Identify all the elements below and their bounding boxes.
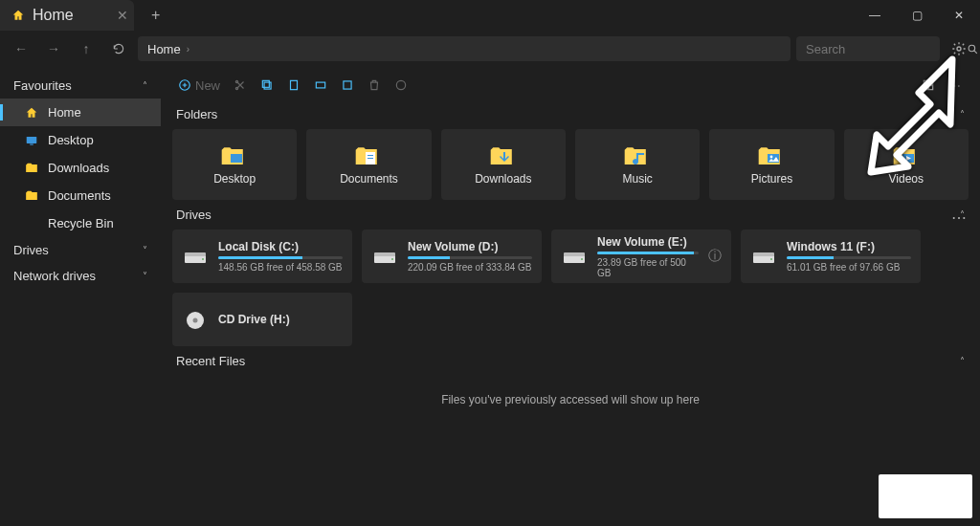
- drive-card[interactable]: Windows 11 (F:)61.01 GB free of 97.66 GB: [741, 230, 921, 283]
- home-icon: [25, 106, 38, 120]
- titlebar: Home ✕ + — ▢ ✕: [0, 0, 980, 31]
- folder-label: Documents: [340, 172, 398, 186]
- drive-icon: [561, 247, 588, 266]
- desktop-icon: [25, 134, 38, 147]
- section-head-drives[interactable]: Drives ˄: [172, 200, 969, 230]
- drive-free-text: 220.09 GB free of 333.84 GB: [408, 262, 532, 273]
- svg-rect-3: [27, 136, 37, 142]
- svg-rect-8: [264, 82, 271, 89]
- section-head-recent[interactable]: Recent Files ˄: [172, 346, 969, 376]
- new-label: New: [195, 78, 220, 93]
- chevron-up-icon: ˄: [960, 109, 965, 120]
- folder-card-documents[interactable]: Documents: [306, 129, 431, 200]
- drives-grid: ⋯ Local Disk (C:)148.56 GB free of 458.5…: [172, 230, 969, 346]
- drives-label: Drives: [13, 243, 49, 257]
- drive-card[interactable]: CD Drive (H:): [172, 293, 352, 346]
- rename-button[interactable]: [314, 78, 327, 92]
- search-input[interactable]: [806, 42, 967, 56]
- documents-icon: [25, 189, 38, 203]
- minimize-button[interactable]: —: [854, 0, 896, 31]
- paste-button[interactable]: [287, 78, 301, 92]
- folder-card-music[interactable]: Music: [575, 129, 700, 200]
- folder-icon: [892, 143, 921, 166]
- section-head-folders[interactable]: Folders ˄: [172, 99, 969, 129]
- svg-rect-12: [344, 81, 351, 89]
- svg-rect-21: [368, 158, 373, 159]
- svg-point-27: [202, 258, 204, 260]
- svg-rect-26: [185, 252, 206, 256]
- home-icon: [11, 9, 25, 22]
- up-button[interactable]: ↑: [73, 35, 100, 62]
- folder-icon: [220, 143, 249, 166]
- svg-rect-4: [30, 143, 33, 144]
- sidebar-item-label: Desktop: [48, 133, 94, 147]
- sidebar-section-drives[interactable]: Drives ˅: [0, 237, 161, 263]
- folder-card-downloads[interactable]: Downloads: [441, 129, 566, 200]
- folders-grid: DesktopDocumentsDownloadsMusicPicturesVi…: [172, 129, 969, 200]
- content: New ⋯ Folders ˄ DesktopDocumentsDownload…: [161, 67, 980, 526]
- breadcrumb[interactable]: Home ›: [138, 36, 791, 61]
- drive-card[interactable]: New Volume (D:)220.09 GB free of 333.84 …: [362, 230, 542, 283]
- section-label: Recent Files: [176, 354, 245, 368]
- tab-close-icon[interactable]: ✕: [117, 8, 128, 23]
- folder-card-pictures[interactable]: Pictures: [709, 129, 834, 200]
- sidebar-section-network[interactable]: Network drives ˅: [0, 263, 161, 289]
- properties-button[interactable]: [394, 78, 408, 92]
- folder-card-videos[interactable]: Videos: [844, 129, 969, 200]
- svg-point-30: [391, 258, 393, 260]
- svg-rect-20: [368, 155, 373, 156]
- copy-button[interactable]: [260, 78, 274, 92]
- new-button[interactable]: New: [178, 78, 220, 93]
- sidebar-item-downloads[interactable]: Downloads: [0, 154, 161, 182]
- folder-card-desktop[interactable]: Desktop: [172, 129, 297, 200]
- drive-usage-bar: [218, 256, 343, 259]
- drives-more-button[interactable]: ⋯: [951, 208, 969, 227]
- more-button[interactable]: ⋯: [948, 78, 963, 93]
- layout-button[interactable]: [922, 78, 935, 92]
- toolbar: New ⋯: [172, 71, 969, 99]
- sidebar-section-favourites[interactable]: Favourites ˄: [0, 73, 161, 99]
- downloads-icon: [25, 162, 38, 175]
- new-tab-button[interactable]: +: [144, 3, 167, 28]
- chevron-down-icon: ˅: [143, 245, 147, 255]
- drive-icon: [182, 247, 209, 266]
- info-icon[interactable]: ⓘ: [708, 248, 722, 265]
- sidebar-item-desktop[interactable]: Desktop: [0, 126, 161, 154]
- sidebar-item-documents[interactable]: Documents: [0, 182, 161, 209]
- favourites-label: Favourites: [13, 78, 72, 93]
- drive-usage-bar: [597, 252, 699, 254]
- drive-icon: [750, 247, 777, 266]
- folder-label: Downloads: [475, 172, 531, 186]
- cut-button[interactable]: [234, 78, 247, 92]
- navbar: ← → ↑ Home ›: [0, 31, 980, 67]
- chevron-down-icon: ˅: [143, 271, 147, 281]
- svg-point-23: [770, 156, 773, 159]
- maximize-button[interactable]: ▢: [896, 0, 938, 31]
- drive-name: CD Drive (H:): [218, 313, 343, 326]
- sidebar: Favourites ˄ Home Desktop Downloads Docu…: [0, 67, 161, 526]
- search-box[interactable]: [796, 36, 940, 61]
- drive-usage-bar: [787, 256, 911, 259]
- delete-button[interactable]: [368, 78, 381, 92]
- drive-card[interactable]: Local Disk (C:)148.56 GB free of 458.58 …: [172, 230, 352, 283]
- drive-free-text: 61.01 GB free of 97.66 GB: [787, 262, 911, 273]
- folder-icon: [489, 143, 518, 166]
- close-button[interactable]: ✕: [938, 0, 980, 31]
- tab-home[interactable]: Home ✕: [0, 0, 134, 31]
- sidebar-item-label: Recycle Bin: [48, 216, 114, 230]
- settings-button[interactable]: [946, 35, 972, 62]
- drive-name: Local Disk (C:): [218, 240, 343, 253]
- share-button[interactable]: [341, 78, 354, 92]
- sidebar-item-home[interactable]: Home: [0, 99, 161, 126]
- svg-point-13: [396, 80, 405, 89]
- back-button[interactable]: ←: [8, 35, 34, 62]
- network-label: Network drives: [13, 269, 96, 283]
- refresh-button[interactable]: [105, 35, 132, 62]
- forward-button[interactable]: →: [40, 35, 67, 62]
- sidebar-item-recyclebin[interactable]: Recycle Bin: [0, 209, 161, 237]
- drive-card[interactable]: New Volume (E:)23.89 GB free of 500 GBⓘ: [551, 230, 731, 283]
- chevron-right-icon: ›: [187, 44, 189, 55]
- svg-point-33: [581, 258, 583, 260]
- tab-label: Home: [33, 7, 74, 24]
- folder-icon: [623, 143, 652, 166]
